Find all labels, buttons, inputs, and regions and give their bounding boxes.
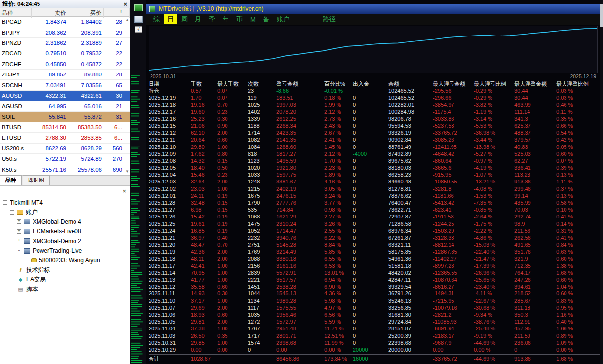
market-watch-tab[interactable]: 品种 [0,175,22,185]
stats-menu-item[interactable]: M [247,15,259,24]
scroll-down-icon[interactable]: ▼ [125,169,129,174]
stats-cell: 0.05 % [556,144,600,150]
navigator-item[interactable]: -Tickmill MT4 [0,198,130,208]
stats-menu-item[interactable]: 季 [206,14,218,24]
stats-cell: 0.00 [191,346,217,353]
stats-cell: 87492.89 [388,150,433,157]
stats-menu-item[interactable]: 综 [151,14,163,24]
stats-cell: 0.70 [217,241,248,248]
navigator-item[interactable]: +XMGlobal-Demo 2 [0,236,130,246]
stats-cell: 0.07 % [556,157,600,164]
stats-menu-item[interactable]: 账户 [274,14,293,24]
market-watch-row[interactable]: BTUSD85314.5085383.506... [0,122,130,133]
market-watch-row[interactable]: K50.s25571.1625578.06690 [0,164,130,175]
market-watch-row[interactable]: SDCNH7.034917.0355665 [0,80,130,90]
stats-cell: 525.03 [514,150,556,157]
stats-cell: 0.60 [217,136,248,143]
stats-menu-item[interactable]: 日 [164,14,177,24]
stats-cell: 3.05 % [324,185,353,192]
market-watch-row[interactable]: AGUSD64.99565.01621 [0,101,130,111]
stats-cell: -2.22 % [474,227,514,234]
check-icon[interactable]: √ [135,26,142,33]
market-watch-row[interactable]: ZDCHF0.458500.4587222 [0,59,130,70]
navigator-item[interactable]: ◆EA交易 [0,275,130,285]
stats-cell: 1575.55 [276,304,324,311]
market-watch-row[interactable]: BPJPY208.362208.39129 [0,27,130,37]
stats-titlebar[interactable]: MTDriver统计 ,V3.10 (http://mtdriver.cn) [146,4,600,14]
market-watch-row[interactable]: BPCAD1.843741.8440228 [0,17,130,27]
market-watch-row[interactable]: BPNZD2.318622.3188927 [0,38,130,48]
tree-expand-icon[interactable]: - [10,210,14,215]
stats-cell: 67261.87 [388,234,433,241]
ask-price: 7.03556 [68,82,104,88]
stats-cell: 0.80 [217,150,248,157]
stats-menu-item[interactable]: 路径 [320,14,339,24]
stats-cell: 0.30 [217,290,248,297]
navigator-item[interactable]: -PowerTrading-Live [0,246,130,255]
stats-cell: 2025.11.19 [149,248,191,255]
tree-expand-icon[interactable]: + [17,239,21,243]
stats-cell: 21.06 [191,122,217,129]
stats-cell: 0.58 % [556,199,600,206]
navigator-item[interactable]: ▤脚本 [0,284,130,294]
stats-cell: 88761.49 [388,144,433,150]
market-watch-close-icon[interactable]: × [123,1,127,7]
chart-window-icon[interactable] [134,4,143,11]
market-watch-row[interactable]: ZDCAD0.795100.7953222 [0,48,130,59]
spread-value: 22 [104,61,130,67]
navigator-item[interactable]: 58000233: Wang Aiyun [0,255,130,265]
navigator-item[interactable]: +XMGlobal-Demo 4 [0,217,130,227]
stats-menu-item[interactable]: 币 [233,14,246,24]
tree-expand-icon[interactable]: - [17,249,21,253]
daily-stats-row: 2025.11.0326.500.3517172801.7112.51 %025… [149,332,600,339]
navigator-item[interactable]: +ECMarkets-Live08 [0,226,130,236]
tree-expand-icon[interactable]: - [3,200,7,205]
market-watch-row[interactable]: SOIL55.84155.87231 [0,112,130,122]
market-watch-body: BPCAD1.843741.8440228BPJPY208.362208.391… [0,17,130,175]
stats-cell: 0.60 % [556,150,600,157]
stats-cell: 6.56 % [324,311,353,318]
navigator-item[interactable]: -账户 [0,207,130,217]
stats-cell: 1052 [248,227,276,234]
stats-cell: -0.85 % [474,206,514,213]
market-watch-row[interactable]: U50.s5722.195724.89270 [0,154,130,164]
scrollbar-thumb[interactable] [600,4,603,27]
market-watch-tab[interactable]: 即时图 [23,175,50,185]
market-watch-row[interactable]: US200.s8622.698628.29560 [0,144,130,154]
stats-cell: 68976.34 [388,227,433,234]
stats-cell: 2025.12.19 [149,94,191,101]
stats-cell: 12.51 % [324,332,353,339]
navigator-item-label: 技术指标 [26,266,50,274]
stats-cell: 29.80 [191,144,217,150]
ask-price: 89.880 [68,72,104,77]
market-watch-row[interactable]: AUUSD4322.314322.6130 [0,91,130,101]
market-watch-row[interactable]: ZDJPY89.85289.88028 [0,70,130,80]
market-watch-row[interactable]: ETUSD2788.302853.856... [0,133,130,143]
stats-cell: 1997.03 [276,101,324,108]
tree-expand-icon[interactable]: + [17,229,21,234]
open-position-row: 持仓0.570.0723-8.66-0.01 %102465.52-295.56… [149,87,600,94]
scroll-up-icon[interactable]: ▲ [125,18,129,22]
navigator-close-icon[interactable]: × [122,187,126,195]
image-icon[interactable] [134,16,143,23]
bid-price: 5722.19 [32,156,68,162]
stats-menu-item[interactable]: 月 [192,14,204,24]
stats-cell: 351.76 [514,248,556,255]
stats-cell: -4.11 % [474,290,514,297]
stats-cell: 2025.12.17 [149,109,191,115]
background-chart-sliver [131,75,146,364]
tree-expand-icon[interactable]: + [17,219,21,224]
stats-cell: 78876.62 [388,192,433,199]
stats-cell: 0 [353,325,388,332]
stats-menu-item[interactable]: 周 [178,14,190,24]
stats-cell: -21.47 % [474,255,514,262]
stats-cell: 0 [353,136,388,143]
stats-menu-item[interactable]: 年 [220,14,232,24]
stats-cell: 1117 [248,304,276,311]
daily-stats-row: 2025.12.0332.642.0012483381.674.16 %0846… [149,178,600,185]
stats-cell: 99.14 [514,192,556,199]
stats-cell: 0.41 % [556,213,600,220]
stats-cell: 2025.12.15 [149,122,191,129]
stats-menu-item[interactable]: 备 [260,14,272,24]
navigator-item[interactable]: f技术指标 [0,265,130,275]
